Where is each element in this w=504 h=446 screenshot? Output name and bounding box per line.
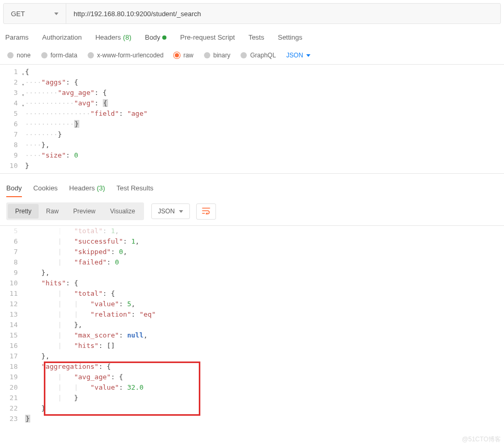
tab-tests[interactable]: Tests [248,33,264,45]
code-content: ····"aggs": { [25,77,78,88]
code-line[interactable]: 10} [0,161,504,171]
resp-tab-cookies[interactable]: Cookies [33,184,58,197]
code-line[interactable]: 21 | } [0,393,504,403]
code-line[interactable]: 5 | "total": 1, [0,226,504,236]
code-line[interactable]: 14 | }, [0,320,504,330]
line-number: 17 [0,351,25,361]
code-line[interactable]: 9 }, [0,268,504,278]
code-content: | "skipped": 0, [25,247,127,257]
view-visualize[interactable]: Visualize [103,204,142,219]
resp-tab-body[interactable]: Body [6,184,22,197]
url-bar: GET [3,3,501,24]
code-content: | "hits": [] [25,341,115,351]
code-content: { [25,67,29,77]
code-content: ········"avg_age": { [25,88,107,98]
line-number: 7 [0,247,25,257]
line-number: 6 [0,119,25,129]
code-line[interactable]: 7········} [0,129,504,140]
code-line[interactable]: 23} [0,414,504,424]
code-content: | | "value": 32.0 [25,382,143,393]
radio-icon [174,52,180,58]
resp-tab-headers[interactable]: Headers (3) [69,184,105,197]
wrap-lines-button[interactable] [196,203,216,220]
body-type-formdata[interactable]: form-data [41,52,77,59]
method-select[interactable]: GET [4,4,66,23]
code-line[interactable]: 18 "aggregations": { [0,361,504,372]
view-pretty[interactable]: Pretty [8,204,39,219]
radio-icon [41,52,47,58]
response-format-select[interactable]: JSON [151,203,190,219]
code-line[interactable]: 8 | "failed": 0 [0,257,504,268]
code-content: }, [25,268,50,278]
code-line[interactable]: 22 } [0,403,504,414]
tab-settings[interactable]: Settings [278,33,302,45]
code-line[interactable]: 1▾{ [0,67,504,77]
line-number: 3▾ [0,88,25,98]
code-content: | } [25,393,78,403]
response-editor[interactable]: 5 | "total": 1,6 | "successful": 1,7 | "… [0,225,504,424]
code-line[interactable]: 15 | "max_score": null, [0,330,504,341]
url-input[interactable] [66,4,500,23]
body-indicator-icon [162,35,166,40]
code-line[interactable]: 2▾····"aggs": { [0,77,504,88]
body-type-graphql[interactable]: GraphQL [241,52,275,59]
code-line[interactable]: 10 "hits": { [0,278,504,288]
code-content: "hits": { [25,278,78,288]
line-number: 5 [0,109,25,119]
chevron-down-icon [306,54,310,57]
code-line[interactable]: 20 | | "value": 32.0 [0,382,504,393]
line-number: 23 [0,414,25,424]
line-number: 13 [0,309,25,320]
code-line[interactable]: 8····}, [0,140,504,150]
tab-body-label: Body [145,33,161,41]
request-editor[interactable]: 1▾{2▾····"aggs": {3▾········"avg_age": {… [0,64,504,174]
code-line[interactable]: 6············} [0,119,504,129]
code-content: ············"avg": { [25,98,108,109]
body-type-binary[interactable]: binary [204,52,231,59]
code-content: ············} [25,119,79,129]
code-content: }, [25,351,50,361]
body-type-none[interactable]: none [7,52,31,59]
body-type-raw[interactable]: raw [174,52,193,59]
line-number: 8 [0,257,25,268]
code-content: | | "relation": "eq" [25,309,156,320]
code-line[interactable]: 11 | "total": { [0,288,504,299]
code-line[interactable]: 16 | "hits": [] [0,341,504,351]
line-number: 7 [0,129,25,140]
line-number: 21 [0,393,25,403]
view-preview[interactable]: Preview [66,204,103,219]
line-number: 10 [0,278,25,288]
body-format-label: JSON [286,52,303,59]
line-number: 20 [0,382,25,393]
code-line[interactable]: 19 | "avg_age": { [0,372,504,382]
code-line[interactable]: 17 }, [0,351,504,361]
view-raw[interactable]: Raw [39,204,66,219]
code-line[interactable]: 7 | "skipped": 0, [0,247,504,257]
tab-body[interactable]: Body [145,33,167,45]
radio-icon [88,52,94,58]
code-line[interactable]: 6 | "successful": 1, [0,236,504,247]
body-type-urlencoded[interactable]: x-www-form-urlencoded [88,52,163,59]
code-line[interactable]: 3▾········"avg_age": { [0,88,504,98]
response-tabs: Body Cookies Headers (3) Test Results [0,177,504,197]
line-number: 10 [0,161,25,171]
code-line[interactable]: 13 | | "relation": "eq" [0,309,504,320]
code-line[interactable]: 5················"field": "age" [0,109,504,119]
resp-tab-tests[interactable]: Test Results [116,184,153,197]
code-line[interactable]: 12 | | "value": 5, [0,299,504,309]
line-number: 22 [0,403,25,414]
code-content: | "total": 1, [25,226,119,236]
code-line[interactable]: 9····"size": 0 [0,150,504,161]
tab-prerequest[interactable]: Pre-request Script [180,33,235,45]
code-content: ····}, [25,140,50,150]
line-number: 4▾ [0,98,25,109]
code-content: ················"field": "age" [25,109,148,119]
tab-headers[interactable]: Headers (8) [95,33,131,45]
tab-authorization[interactable]: Authorization [42,33,82,45]
tab-params[interactable]: Params [5,33,29,45]
code-content: | }, [25,320,82,330]
body-format-select[interactable]: JSON [286,52,310,59]
code-line[interactable]: 4▾············"avg": { [0,98,504,109]
code-content: } [25,403,45,414]
line-number: 16 [0,341,25,351]
